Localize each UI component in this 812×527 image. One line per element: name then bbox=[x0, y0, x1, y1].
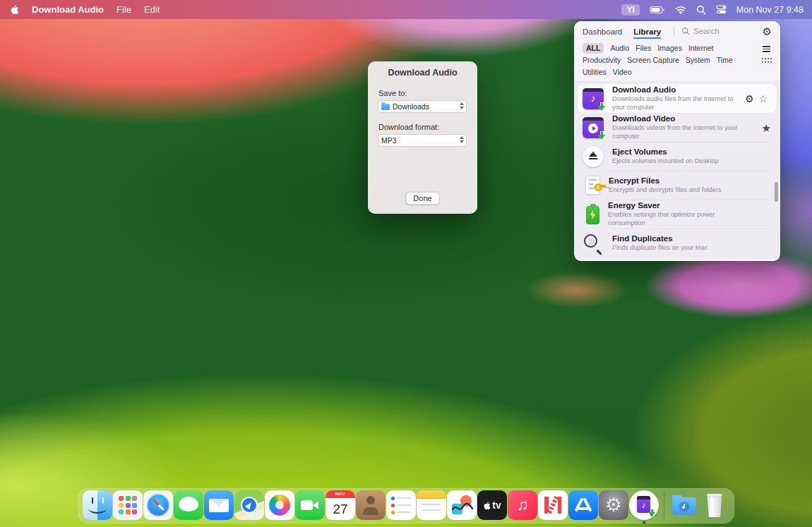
stepper-icon bbox=[460, 102, 464, 109]
dock-safari[interactable] bbox=[143, 490, 173, 520]
spotlight-icon[interactable] bbox=[696, 5, 706, 15]
dock-trash[interactable] bbox=[700, 490, 729, 520]
tool-desc: Downloads audio files from the Internet … bbox=[612, 95, 738, 111]
favorite-star-icon[interactable]: ★ bbox=[762, 122, 771, 133]
dock-finder[interactable] bbox=[83, 490, 112, 520]
dock-appstore[interactable] bbox=[568, 490, 598, 520]
tool-row-eject-volumes[interactable]: Eject Volumes Ejects volumes mounted on … bbox=[574, 142, 780, 171]
search-placeholder: Search bbox=[693, 27, 719, 35]
tool-row-energy-saver[interactable]: Energy Saver Enables settings that optim… bbox=[574, 200, 780, 229]
download-audio-icon: ♪ bbox=[583, 88, 604, 109]
dock-download-audio[interactable]: ♪ bbox=[629, 490, 659, 520]
dock-reminders[interactable] bbox=[386, 490, 416, 520]
grid-view-button[interactable] bbox=[760, 56, 772, 64]
dock-messages[interactable] bbox=[174, 490, 203, 520]
toolbox-footer: Parallels bbox=[574, 258, 780, 261]
magnifier-icon bbox=[583, 233, 604, 254]
filter-video[interactable]: Video bbox=[613, 67, 632, 78]
tool-row-find-duplicates[interactable]: Find Duplicates Finds duplicate files on… bbox=[574, 229, 780, 258]
desktop: Download Audio File Edit YI Mon Nov 27 9… bbox=[0, 0, 812, 527]
filter-productivity[interactable]: Productivity bbox=[583, 55, 621, 66]
apple-menu-icon[interactable] bbox=[10, 4, 19, 15]
tool-row-download-video[interactable]: Download Video Downloads videos from the… bbox=[574, 113, 780, 142]
tool-settings-icon[interactable]: ⚙ bbox=[745, 94, 754, 104]
dock-settings[interactable]: ⚙ bbox=[599, 490, 628, 520]
filter-files[interactable]: Files bbox=[635, 43, 651, 54]
dock-contacts[interactable] bbox=[356, 490, 386, 520]
save-to-select[interactable]: Downloads bbox=[378, 100, 467, 113]
divider bbox=[674, 27, 674, 36]
tv-label: tv bbox=[492, 499, 501, 511]
scrollbar-thumb[interactable] bbox=[775, 182, 778, 202]
dock-downloads-folder[interactable] bbox=[669, 490, 699, 520]
dock-calendar[interactable]: NOV 27 bbox=[326, 490, 355, 520]
calendar-day: 27 bbox=[326, 498, 355, 520]
menubar-clock[interactable]: Mon Nov 27 9:48 bbox=[736, 5, 804, 15]
dock-mail[interactable] bbox=[204, 490, 234, 520]
tool-name: Eject Volumes bbox=[612, 147, 719, 156]
tool-desc: Finds duplicate files on your Mac bbox=[612, 243, 707, 252]
search-icon bbox=[681, 27, 690, 35]
tool-name: Download Audio bbox=[612, 85, 738, 94]
folder-icon bbox=[381, 104, 390, 110]
tab-library[interactable]: Library bbox=[633, 23, 661, 40]
toolbox-menubar-item[interactable]: YI bbox=[621, 4, 639, 16]
dock-appletv[interactable]: tv bbox=[477, 490, 507, 520]
format-value: MP3 bbox=[381, 136, 397, 145]
search-input[interactable]: Search bbox=[681, 27, 762, 35]
download-video-icon bbox=[583, 117, 604, 138]
battery-icon bbox=[586, 206, 599, 224]
favorite-star-outline-icon[interactable]: ☆ bbox=[758, 94, 768, 104]
eject-icon bbox=[583, 146, 604, 167]
dock: NOV 27 tv ♫ ⚙ ♪ bbox=[78, 488, 734, 523]
tool-row-download-audio[interactable]: ♪ Download Audio Downloads audio files f… bbox=[578, 84, 777, 113]
tool-name: Download Video bbox=[612, 114, 738, 123]
settings-gear-icon[interactable]: ⚙ bbox=[763, 26, 772, 37]
dock-music[interactable]: ♫ bbox=[508, 490, 537, 520]
toolbox-header: Dashboard Library Search ⚙ bbox=[574, 21, 780, 41]
save-to-label: Save to: bbox=[378, 89, 477, 97]
toolbox-panel: Dashboard Library Search ⚙ ALL Audio Fil… bbox=[574, 21, 780, 261]
control-center-icon[interactable] bbox=[716, 5, 727, 14]
battery-icon[interactable] bbox=[650, 6, 665, 14]
category-filters: ALL Audio Files Images Internet Producti… bbox=[574, 41, 780, 82]
download-audio-dialog: Download Audio Save to: Downloads Downlo… bbox=[368, 61, 477, 214]
dock-facetime[interactable] bbox=[295, 490, 325, 520]
menu-file[interactable]: File bbox=[117, 4, 131, 15]
filter-all[interactable]: ALL bbox=[583, 43, 604, 54]
tool-desc: Downloads videos from the Internet to yo… bbox=[612, 123, 738, 140]
menu-edit[interactable]: Edit bbox=[144, 4, 160, 15]
menu-bar: Download Audio File Edit YI Mon Nov 27 9… bbox=[0, 0, 812, 19]
calendar-month: NOV bbox=[326, 490, 355, 498]
dock-maps[interactable] bbox=[234, 490, 264, 520]
dock-news[interactable] bbox=[538, 490, 568, 520]
tool-name: Encrypt Files bbox=[609, 176, 722, 185]
tab-dashboard[interactable]: Dashboard bbox=[583, 23, 622, 40]
dock-photos[interactable] bbox=[265, 490, 294, 520]
format-label: Download format: bbox=[378, 123, 477, 131]
tool-name: Energy Saver bbox=[608, 201, 734, 210]
filter-system[interactable]: System bbox=[686, 55, 710, 66]
dock-launchpad[interactable] bbox=[113, 490, 143, 520]
parallels-brand: Parallels bbox=[664, 261, 698, 262]
tool-desc: Ejects volumes mounted on Desktop bbox=[612, 157, 719, 165]
filter-utilities[interactable]: Utilities bbox=[583, 67, 607, 78]
filter-internet[interactable]: Internet bbox=[688, 43, 714, 54]
tool-list: ♪ Download Audio Downloads audio files f… bbox=[574, 82, 780, 258]
wifi-icon[interactable] bbox=[675, 6, 686, 14]
tool-desc: Enables settings that optimize power con… bbox=[608, 210, 734, 227]
filter-audio[interactable]: Audio bbox=[610, 43, 629, 54]
filter-images[interactable]: Images bbox=[657, 43, 681, 54]
active-app-menu[interactable]: Download Audio bbox=[32, 4, 104, 15]
dock-notes[interactable] bbox=[417, 490, 446, 520]
done-button[interactable]: Done bbox=[405, 192, 439, 205]
list-view-button[interactable] bbox=[759, 44, 773, 54]
format-select[interactable]: MP3 bbox=[378, 134, 467, 147]
stepper-icon bbox=[460, 136, 464, 143]
dialog-title: Download Audio bbox=[368, 61, 477, 78]
save-to-value: Downloads bbox=[393, 102, 429, 111]
filter-time[interactable]: Time bbox=[717, 55, 733, 66]
dock-freeform[interactable] bbox=[447, 490, 477, 520]
filter-screen-capture[interactable]: Screen Capture bbox=[627, 55, 679, 66]
tool-row-encrypt-files[interactable]: Encrypt Files Encrypts and decrypts file… bbox=[574, 171, 780, 200]
